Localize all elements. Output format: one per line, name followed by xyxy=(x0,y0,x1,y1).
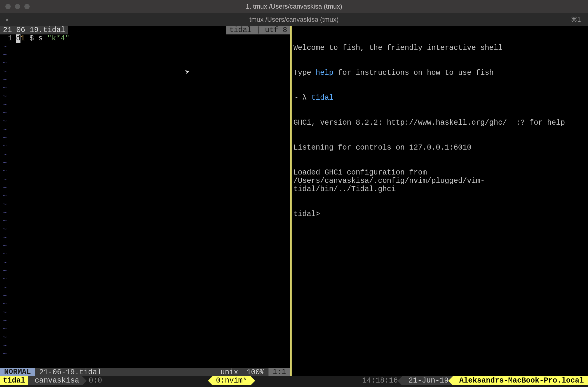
empty-line-tilde: ~ xyxy=(0,292,290,300)
vim-filetype-indicator: tidal | utf-8 xyxy=(226,26,290,34)
vim-editor[interactable]: 1 d1 $ s "k*4" ~~~~~~~~~~~~~~~~~~~~~~~~~… xyxy=(0,34,290,368)
empty-line-tilde: ~ xyxy=(0,159,290,167)
empty-line-tilde: ~ xyxy=(0,93,290,101)
empty-line-tilde: ~ xyxy=(0,176,290,184)
empty-line-tilde: ~ xyxy=(0,226,290,234)
empty-line-tilde: ~ xyxy=(0,76,290,84)
repl-prompt[interactable]: tidal> xyxy=(293,210,586,218)
code-text[interactable]: d1 $ s "k*4" xyxy=(16,34,69,43)
empty-line-tilde: ~ xyxy=(0,109,290,118)
minimize-icon[interactable] xyxy=(15,4,20,9)
empty-line-tilde: ~ xyxy=(0,118,290,126)
vim-buffer-tab[interactable]: 21-06-19.tidal xyxy=(0,26,68,34)
text: for instructions on how to use fish xyxy=(333,69,494,77)
empty-line-tilde: ~ xyxy=(0,342,290,350)
repl-line: ~ λ tidal xyxy=(293,94,586,102)
statusline-fileformat: unix xyxy=(216,368,242,377)
terminal-area: 21-06-19.tidal tidal | utf-8 1 d1 $ s "k… xyxy=(0,26,588,376)
zoom-icon[interactable] xyxy=(24,4,30,9)
repl-line: Loaded GHCi configuration from /Users/ca… xyxy=(293,169,586,194)
code-line[interactable]: 1 d1 $ s "k*4" xyxy=(0,34,290,43)
operator: $ xyxy=(25,34,38,43)
statusline-percent: 100% xyxy=(242,368,268,377)
repl-pane[interactable]: Welcome to fish, the friendly interactiv… xyxy=(292,26,588,376)
function: s xyxy=(38,34,43,43)
empty-line-tilde: ~ xyxy=(0,192,290,201)
empty-line-tilde: ~ xyxy=(0,134,290,142)
terminal-window: 1. tmux /Users/canvaskisa (tmux) ✕ tmux … xyxy=(0,0,588,387)
tmux-time: 14:18:16 xyxy=(358,376,402,385)
empty-line-tilde: ~ xyxy=(0,284,290,292)
text: Type xyxy=(293,69,316,77)
empty-line-tilde: ~ xyxy=(0,325,290,334)
empty-line-tilde: ~ xyxy=(0,259,290,267)
empty-line-tilde: ~ xyxy=(0,309,290,317)
vim-tabline: 21-06-19.tidal tidal | utf-8 xyxy=(0,26,290,34)
help-link[interactable]: help xyxy=(316,69,333,77)
empty-line-tilde: ~ xyxy=(0,209,290,217)
empty-line-tilde: ~ xyxy=(0,250,290,259)
empty-line-tilde: ~ xyxy=(0,43,290,51)
empty-line-tilde: ~ xyxy=(0,101,290,109)
empty-line-tilde: ~ xyxy=(0,126,290,134)
empty-line-tilde: ~ xyxy=(0,142,290,151)
prompt: ~ λ xyxy=(293,93,311,102)
tmux-user: canvaskisa xyxy=(28,376,82,385)
tmux-window[interactable]: 0:nvim* xyxy=(212,376,251,385)
vim-mode: NORMAL xyxy=(0,368,35,376)
tab-title[interactable]: tmux /Users/canvaskisa (tmux) xyxy=(0,16,588,23)
empty-line-tilde: ~ xyxy=(0,234,290,242)
empty-line-tilde: ~ xyxy=(0,334,290,342)
repl-line: Welcome to fish, the friendly interactiv… xyxy=(293,44,586,52)
vim-pane[interactable]: 21-06-19.tidal tidal | utf-8 1 d1 $ s "k… xyxy=(0,26,290,376)
empty-line-tilde: ~ xyxy=(0,84,290,93)
repl-line: Listening for controls on 127.0.0.1:6010 xyxy=(293,144,586,152)
empty-line-tilde: ~ xyxy=(0,350,290,359)
empty-line-tilde: ~ xyxy=(0,201,290,209)
tab-shortcut: ⌘1 xyxy=(571,16,581,23)
line-number: 1 xyxy=(0,34,16,43)
traffic-lights xyxy=(5,4,30,9)
statusline-position: 1:1 xyxy=(268,368,290,376)
tab-close-icon[interactable]: ✕ xyxy=(5,16,9,23)
string-literal: "k*4" xyxy=(43,34,69,43)
tmux-host: Aleksandrs-MacBook-Pro.local xyxy=(453,376,588,385)
empty-line-tilde: ~ xyxy=(0,300,290,309)
vim-statusline: NORMAL 21-06-19.tidal unix 100% 1:1 xyxy=(0,368,290,376)
identifier: 1 xyxy=(20,34,25,43)
tmux-session-name[interactable]: tidal xyxy=(0,376,28,385)
cursor: d xyxy=(16,34,20,43)
empty-line-tilde: ~ xyxy=(0,167,290,176)
statusline-filename: 21-06-19.tidal xyxy=(35,368,106,377)
repl-line: GHCi, version 8.2.2: http://www.haskell.… xyxy=(293,119,586,127)
empty-line-tilde: ~ xyxy=(0,217,290,226)
empty-line-tilde: ~ xyxy=(0,317,290,325)
empty-line-tilde: ~ xyxy=(0,68,290,76)
close-icon[interactable] xyxy=(5,4,11,9)
tmux-date: 21-Jun-19 xyxy=(402,376,453,385)
empty-line-tilde: ~ xyxy=(0,59,290,68)
repl-line: Type help for instructions on how to use… xyxy=(293,69,586,77)
command: tidal xyxy=(311,93,333,102)
empty-line-tilde: ~ xyxy=(0,184,290,192)
empty-line-tilde: ~ xyxy=(0,51,290,59)
tab-bar: ✕ tmux /Users/canvaskisa (tmux) ⌘1 xyxy=(0,13,588,26)
empty-line-tilde: ~ xyxy=(0,267,290,275)
empty-line-tilde: ~ xyxy=(0,242,290,250)
mac-titlebar: 1. tmux /Users/canvaskisa (tmux) xyxy=(0,0,588,13)
window-title: 1. tmux /Users/canvaskisa (tmux) xyxy=(0,3,588,10)
window-bottom-pad xyxy=(0,385,588,387)
empty-line-tilde: ~ xyxy=(0,151,290,159)
empty-line-tilde: ~ xyxy=(0,275,290,284)
tmux-statusbar: tidal canvaskisa 0:0 0:nvim* 14:18:16 21… xyxy=(0,376,588,385)
